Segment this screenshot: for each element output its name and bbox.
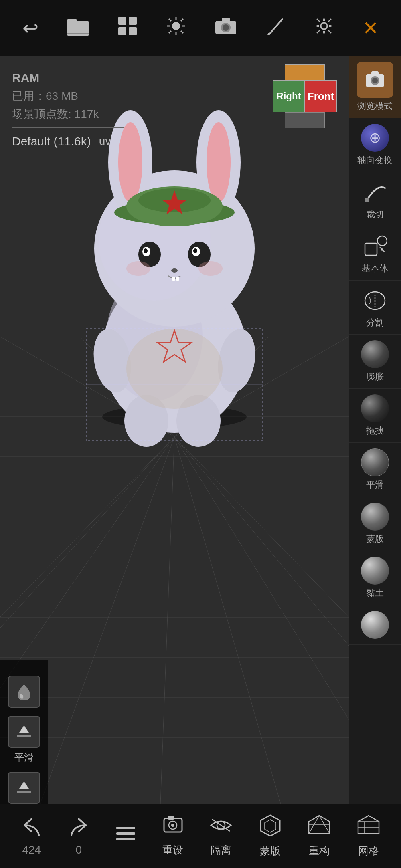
- svg-rect-2: [67, 33, 89, 34]
- redo-count: 0: [75, 844, 82, 856]
- svg-rect-6: [129, 27, 137, 35]
- browse-mode-icon: [357, 62, 393, 98]
- trim-tool[interactable]: 裁切: [349, 172, 401, 226]
- svg-marker-107: [261, 815, 280, 836]
- svg-point-77: [126, 329, 223, 409]
- pen-button[interactable]: [265, 16, 286, 40]
- svg-line-13: [181, 31, 183, 33]
- svg-point-7: [172, 22, 180, 30]
- camera-button[interactable]: [215, 17, 237, 40]
- svg-rect-81: [17, 735, 31, 737]
- inflate-icon: [361, 340, 389, 368]
- inflate-label: 膨胀: [366, 371, 384, 383]
- smooth-tool-left[interactable]: 平滑: [8, 716, 40, 764]
- redo-icon: [68, 816, 90, 840]
- settings-icon: [314, 16, 334, 40]
- smooth-tool[interactable]: 平滑: [349, 443, 401, 497]
- svg-line-119: [369, 816, 379, 822]
- svg-rect-97: [116, 827, 135, 829]
- mask-icon: [258, 814, 282, 841]
- svg-point-103: [171, 824, 174, 827]
- menu-button[interactable]: [115, 824, 137, 848]
- orientation-cube[interactable]: Right Front: [273, 64, 337, 128]
- rebuild-icon: [307, 814, 331, 841]
- svg-line-12: [169, 19, 171, 21]
- svg-line-14: [181, 19, 183, 21]
- axis-transform-tool[interactable]: 轴向变换: [349, 118, 401, 172]
- clay-tool[interactable]: 黏土: [349, 551, 401, 605]
- reset-icon: [162, 815, 184, 840]
- svg-rect-90: [365, 243, 377, 255]
- svg-rect-3: [118, 17, 126, 25]
- drag-tool[interactable]: 拖拽: [349, 389, 401, 443]
- axis-transform-label: 轴向变换: [357, 154, 393, 166]
- svg-line-20: [269, 19, 282, 34]
- split-tool[interactable]: 分割: [349, 281, 401, 335]
- svg-marker-82: [19, 725, 29, 733]
- svg-point-23: [321, 23, 327, 29]
- svg-rect-4: [129, 17, 137, 25]
- primitives-icon: [361, 232, 389, 260]
- svg-line-35: [40, 437, 174, 804]
- back-button[interactable]: ↩: [22, 17, 38, 39]
- wrench-button[interactable]: ✕: [363, 17, 379, 39]
- grid-button[interactable]: [117, 16, 138, 40]
- primitives-label: 基本体: [362, 262, 388, 275]
- pen-icon: [265, 16, 286, 40]
- redo-button[interactable]: 0: [68, 816, 90, 856]
- hide-icon: [209, 815, 233, 840]
- smooth-icon: [361, 448, 389, 476]
- rebuild-label: 重构: [309, 844, 330, 858]
- svg-rect-5: [118, 27, 126, 35]
- undo-icon: [20, 816, 43, 840]
- svg-point-60: [207, 122, 231, 202]
- browse-mode-tool[interactable]: 浏览模式: [349, 56, 401, 118]
- svg-point-71: [171, 268, 178, 273]
- drag-label: 拖拽: [366, 425, 384, 437]
- viewport[interactable]: RAM 已用：63 MB 场景顶点数: 117k Default (11.6k)…: [0, 56, 349, 804]
- primitives-tool[interactable]: 基本体: [349, 226, 401, 281]
- undo-button[interactable]: 424: [20, 816, 43, 856]
- svg-point-74: [126, 261, 150, 276]
- svg-marker-108: [265, 820, 276, 832]
- mesh-info: Default (11.6k) uv: [12, 132, 124, 151]
- svg-point-70: [193, 248, 197, 253]
- smooth-label: 平滑: [366, 479, 384, 491]
- clay-mask-tool[interactable]: 蒙版: [349, 497, 401, 551]
- svg-rect-19: [222, 18, 230, 22]
- ram-used: 已用：63 MB: [12, 87, 124, 105]
- clay-icon: [361, 557, 389, 585]
- inflate-tool[interactable]: 膨胀: [349, 335, 401, 389]
- svg-rect-88: [371, 71, 379, 75]
- cube-right-face: Right: [273, 80, 305, 112]
- split-label: 分割: [366, 317, 384, 329]
- svg-line-42: [0, 437, 174, 617]
- folder-button[interactable]: [67, 16, 89, 40]
- extra-tool[interactable]: [349, 605, 401, 645]
- light-button[interactable]: [166, 16, 186, 40]
- hide-button[interactable]: 隔离: [209, 815, 233, 857]
- settings-button[interactable]: [314, 16, 334, 40]
- drop-tool[interactable]: [8, 676, 40, 708]
- cube-front-face: Front: [305, 80, 337, 112]
- svg-point-18: [223, 24, 229, 31]
- extra-tool-icon: [361, 611, 389, 639]
- svg-marker-113: [358, 816, 379, 834]
- ram-title: RAM: [12, 68, 124, 87]
- folder-icon: [67, 16, 89, 40]
- grid-button-bottom[interactable]: 网格: [356, 814, 381, 858]
- grid-icon: [117, 16, 138, 40]
- clay-label: 黏土: [366, 587, 384, 599]
- mask-label: 蒙版: [260, 844, 281, 858]
- undo-count: 424: [22, 844, 41, 856]
- rebuild-button[interactable]: 重构: [307, 814, 331, 858]
- mask-button[interactable]: 蒙版: [258, 814, 282, 858]
- reset-button[interactable]: 重设: [162, 815, 184, 857]
- drag-icon: [361, 394, 389, 422]
- back-icon: ↩: [22, 17, 38, 39]
- svg-point-75: [198, 261, 223, 276]
- svg-line-94: [380, 247, 385, 252]
- svg-line-36: [160, 437, 174, 804]
- svg-point-91: [377, 236, 387, 246]
- browse-mode-label: 浏览模式: [357, 100, 393, 112]
